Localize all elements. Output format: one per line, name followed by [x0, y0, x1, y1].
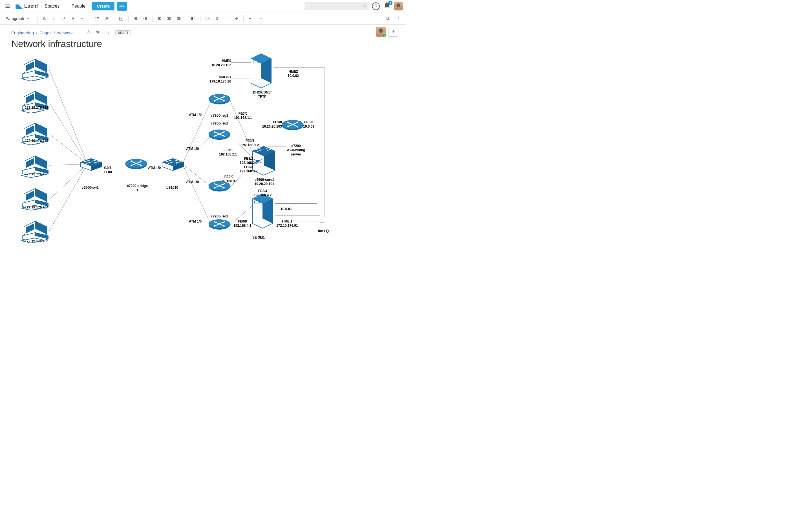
add-collaborator-button[interactable]: + — [389, 27, 398, 37]
host-ip: 172.19.176.134 — [25, 205, 48, 210]
nav-spaces[interactable]: Spaces — [40, 1, 64, 11]
svg-line-68 — [49, 164, 87, 231]
svg-rect-15 — [97, 20, 99, 20]
svg-rect-52 — [88, 31, 89, 32]
core-label: c6500-core1 10.20.20.101 — [251, 178, 278, 186]
svg-line-71 — [183, 100, 211, 162]
underline-button[interactable]: U — [59, 14, 68, 23]
svg-point-10 — [96, 17, 96, 18]
redo-button[interactable] — [256, 14, 264, 23]
search-input[interactable] — [305, 2, 369, 10]
server-port: HME0 10.20.20.102 — [209, 59, 231, 67]
create-button[interactable]: Create — [92, 2, 114, 10]
fe-port: FE0/0 192.168.4.1 — [234, 219, 251, 228]
tag-icon[interactable] — [96, 30, 100, 36]
svg-rect-25 — [135, 19, 138, 20]
svg-rect-33 — [168, 18, 170, 19]
svg-rect-21 — [106, 19, 109, 20]
bulleted-list-button[interactable] — [93, 14, 101, 23]
chevron-down-icon — [27, 17, 30, 20]
bridge-left-port: G0/1 FE00 — [104, 166, 112, 174]
aaa-port: FE0/0 10.0.03 — [303, 120, 314, 129]
align-center-button[interactable] — [165, 14, 173, 23]
svg-rect-26 — [145, 17, 147, 18]
fe-port: FE0/0 192.168.2.1 — [219, 148, 237, 157]
text-color-button[interactable]: A — [69, 14, 78, 23]
table-button[interactable] — [222, 14, 231, 23]
host-ip: 172.19.176.132 — [25, 139, 48, 143]
host-ip: 172.19.176.135 — [25, 239, 48, 243]
fe-port: FE3/4 192.168.4.2 — [254, 189, 271, 198]
svg-text:I: I — [53, 17, 54, 20]
align-left-button[interactable] — [155, 14, 164, 23]
paragraph-style-select[interactable]: Paragraph — [3, 15, 35, 22]
isg2-label: c7200-isg2 — [211, 121, 228, 126]
svg-text:U: U — [63, 17, 65, 20]
brand-name: Lucid — [24, 3, 38, 9]
svg-rect-34 — [167, 19, 171, 20]
svg-text:?: ? — [398, 17, 400, 20]
bold-button[interactable]: B — [40, 14, 49, 23]
image-button[interactable] — [203, 14, 212, 23]
logo-mark-icon: ▮◣ — [15, 3, 22, 10]
breadcrumb-parent[interactable]: Pages — [40, 31, 52, 35]
breadcrumb-space[interactable]: Engineering — [11, 31, 34, 35]
atm-port: ATM 1/0 — [189, 219, 202, 224]
user-avatar[interactable] — [394, 1, 403, 11]
notifications-button[interactable]: 4 — [382, 1, 392, 11]
fe-port: FE3/1 192.168.1.2 — [241, 139, 259, 147]
layout-button[interactable] — [189, 14, 197, 23]
server-port: HME2 10.0.02 — [288, 69, 299, 78]
help-toolbar-button[interactable]: ? — [394, 14, 403, 23]
brand-logo[interactable]: ▮◣ Lucid — [15, 3, 38, 10]
svg-text:B: B — [43, 17, 46, 20]
svg-rect-27 — [145, 18, 147, 19]
find-button[interactable] — [384, 14, 392, 23]
sesm-ip: 10.0.0.1 — [281, 207, 293, 211]
network-diagram[interactable]: 172.19.176.131 172.19.176.132 172.19.176… — [11, 51, 395, 247]
fe-port: FE3/3 192.168.3.2 — [240, 165, 257, 173]
svg-point-49 — [386, 17, 389, 19]
undo-button[interactable] — [246, 14, 255, 23]
hierarchy-icon[interactable] — [86, 30, 91, 36]
svg-rect-11 — [97, 17, 99, 18]
svg-rect-28 — [145, 19, 147, 20]
task-list-button[interactable] — [117, 14, 125, 23]
breadcrumb: Engineering / Pages / Network DRAFT — [11, 30, 395, 36]
indent-button[interactable] — [141, 14, 149, 23]
more-button[interactable]: ••• — [117, 2, 127, 11]
fe-port: FE0/0 192.168.1.1 — [234, 112, 252, 120]
svg-rect-55 — [106, 32, 109, 34]
svg-rect-23 — [135, 17, 138, 18]
isg1-label: c7200-isg1 — [211, 114, 228, 118]
help-icon[interactable]: ? — [371, 1, 380, 11]
insert-button[interactable] — [232, 14, 241, 23]
sesm-port: HME 1 172.10.176.91 — [276, 219, 298, 228]
lock-icon[interactable] — [105, 30, 110, 36]
svg-text:A: A — [72, 16, 74, 20]
clear-format-button[interactable]: ᵃA — [79, 14, 87, 23]
collaborator-avatar[interactable]: c — [376, 27, 386, 37]
svg-point-14 — [96, 20, 96, 20]
editor-toolbar: Paragraph B I U A ᵃA 123 ? — [0, 12, 406, 25]
italic-button[interactable]: I — [50, 14, 58, 23]
nav-people[interactable]: People — [66, 1, 91, 11]
sesm-label: SE SM1 — [252, 235, 265, 240]
server-label: DHCP/DNS/ TFTP — [250, 91, 275, 99]
align-right-button[interactable] — [174, 14, 183, 23]
svg-rect-36 — [179, 18, 181, 19]
link-button[interactable] — [213, 14, 221, 23]
collaborators: c + — [376, 27, 398, 37]
paragraph-label: Paragraph — [6, 16, 24, 21]
menu-icon[interactable] — [3, 1, 12, 11]
search-icon — [363, 4, 367, 8]
page-title: Network infrastructure — [11, 38, 395, 49]
svg-text:?: ? — [374, 3, 377, 9]
numbered-list-button[interactable]: 123 — [103, 14, 111, 23]
ls1010-label: LS1010 — [166, 186, 178, 190]
svg-point-41 — [207, 18, 207, 18]
svg-text:3: 3 — [105, 19, 106, 20]
outdent-button[interactable] — [132, 14, 140, 23]
fe-port: FE3/2 192.168.2.2 — [240, 157, 257, 165]
isg3-label: c7200-isg3 — [211, 214, 228, 219]
